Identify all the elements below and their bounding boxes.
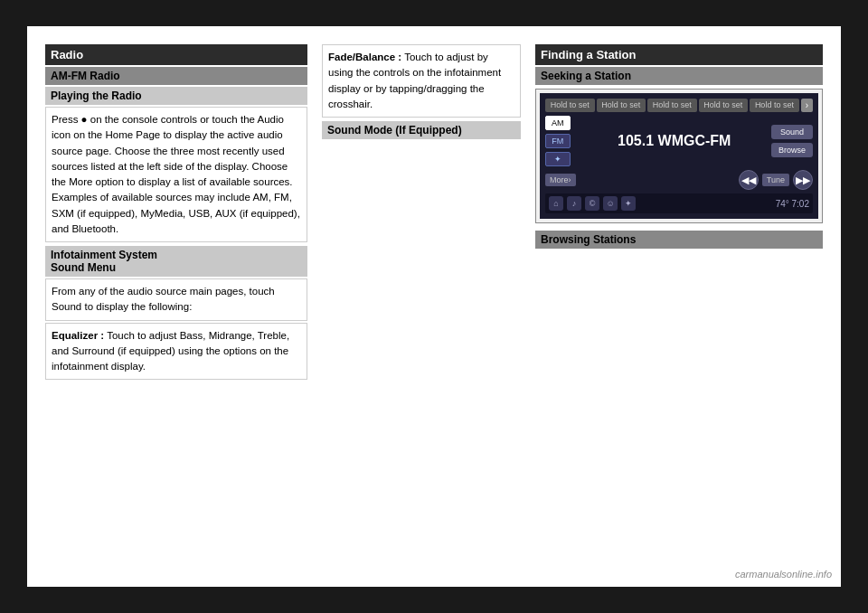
radio-station-display: 105.1 WMGC-FM (578, 133, 771, 149)
playing-radio-body: Press ● on the console controls or touch… (45, 107, 307, 242)
equalizer-body: Equalizer : Touch to adjust Bass, Midran… (45, 323, 307, 381)
radio-bottom-icons: ⌂ ♪ © ☺ ✦ (549, 196, 636, 211)
radio-bottom-row: ⌂ ♪ © ☺ ✦ 74° 7:02 (545, 193, 813, 213)
section-seeking-station: Seeking a Station (535, 67, 823, 85)
main-title: Radio (45, 44, 307, 65)
radio-source-fm[interactable]: FM (545, 134, 571, 148)
radio-tab-arrow[interactable]: › (801, 99, 813, 112)
middle-column: Fade/Balance : Touch to adjust by using … (322, 44, 521, 569)
radio-tune-label[interactable]: Tune (762, 174, 789, 186)
radio-icon-star[interactable]: ✦ (621, 196, 636, 211)
radio-next-btn[interactable]: ▶▶ (793, 170, 813, 190)
radio-controls-row: More› ◀◀ Tune ▶▶ (545, 170, 813, 190)
radio-source-col: AM FM ✦ (545, 116, 571, 166)
radio-browse-btn[interactable]: Browse (771, 143, 813, 157)
radio-tab-3[interactable]: Hold to set (647, 99, 697, 112)
radio-prev-btn[interactable]: ◀◀ (739, 170, 759, 190)
radio-more-btn[interactable]: More› (545, 174, 576, 186)
section-infotainment-sound: Infotainment System Sound Menu (45, 246, 307, 277)
equalizer-label: Equalizer : (52, 330, 104, 341)
radio-display: Hold to set Hold to set Hold to set Hold… (535, 89, 823, 223)
radio-sound-btn[interactable]: Sound (771, 125, 813, 139)
section-sound-mode: Sound Mode (If Equipped) (322, 121, 521, 139)
section-playing-radio: Playing the Radio (45, 87, 307, 105)
section-finding-station: Finding a Station (535, 44, 823, 65)
radio-time-display: 74° 7:02 (776, 199, 809, 209)
radio-source-am[interactable]: AM (545, 116, 571, 130)
radio-tab-1[interactable]: Hold to set (545, 99, 595, 112)
radio-icon-c[interactable]: © (585, 196, 599, 211)
radio-side-btns: Sound Browse (771, 125, 813, 157)
radio-source-bt[interactable]: ✦ (545, 152, 571, 166)
radio-tab-2[interactable]: Hold to set (597, 99, 646, 112)
radio-display-inner: Hold to set Hold to set Hold to set Hold… (540, 93, 818, 219)
radio-icon-face[interactable]: ☺ (603, 196, 618, 211)
fade-balance-body: Fade/Balance : Touch to adjust by using … (322, 44, 521, 118)
radio-tabs-row: Hold to set Hold to set Hold to set Hold… (545, 99, 813, 112)
right-column: Finding a Station Seeking a Station Hold… (535, 44, 823, 569)
radio-tab-4[interactable]: Hold to set (699, 99, 749, 112)
left-column: Radio AM-FM Radio Playing the Radio Pres… (45, 44, 307, 569)
radio-icon-music[interactable]: ♪ (567, 196, 581, 211)
radio-tab-5[interactable]: Hold to set (750, 99, 799, 112)
radio-icon-home[interactable]: ⌂ (549, 196, 563, 211)
section-am-fm-radio: AM-FM Radio (45, 67, 307, 85)
watermark: carmanualsonline.info (735, 569, 832, 580)
infotainment-sound-body: From any of the audio source main pages,… (45, 278, 307, 321)
radio-ctrl-btns: ◀◀ Tune ▶▶ (739, 170, 813, 190)
radio-main-row: AM FM ✦ 105.1 WMGC-FM Sound Browse (545, 116, 813, 166)
fade-balance-label: Fade/Balance : (328, 52, 401, 62)
section-browsing-stations: Browsing Stations (535, 231, 823, 249)
